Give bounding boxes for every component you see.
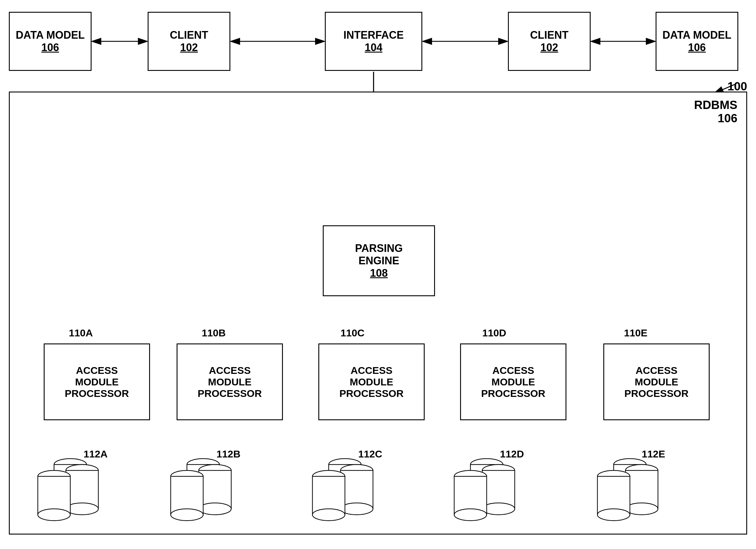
rdbms-container: RDBMS 106 PARSING ENGINE 108 110A 110B 1… — [9, 92, 747, 535]
amp-d-line3: PROCESSOR — [481, 388, 545, 399]
interface-number: 104 — [365, 41, 382, 54]
data-model-left-number: 106 — [41, 41, 59, 54]
db-group-c — [302, 456, 397, 527]
box-data-model-right: DATA MODEL 106 — [656, 12, 738, 71]
client-right-number: 102 — [540, 41, 558, 54]
amp-c-line1: ACCESS — [351, 365, 392, 376]
parsing-line2: ENGINE — [359, 255, 399, 267]
diagram-container: DATA MODEL 106 CLIENT 102 INTERFACE 104 … — [0, 0, 756, 549]
svg-point-69 — [597, 509, 630, 521]
client-left-title: CLIENT — [170, 29, 208, 41]
amp-e-ref-label: 110E — [624, 327, 647, 339]
interface-title: INTERFACE — [343, 29, 404, 41]
data-model-right-number: 106 — [688, 41, 706, 54]
amp-b-line2: MODULE — [208, 376, 251, 388]
amp-c-ref-label: 110C — [340, 327, 364, 339]
parsing-number: 108 — [370, 267, 388, 279]
amp-b-line3: PROCESSOR — [198, 388, 262, 399]
amp-b-line1: ACCESS — [209, 365, 251, 376]
box-amp-b: ACCESS MODULE PROCESSOR — [177, 343, 283, 420]
amp-a-line2: MODULE — [75, 376, 118, 388]
box-amp-e: ACCESS MODULE PROCESSOR — [603, 343, 710, 420]
db-group-b — [160, 456, 255, 527]
svg-point-66 — [625, 503, 658, 515]
svg-point-48 — [340, 503, 373, 515]
box-client-left: CLIENT 102 — [148, 12, 230, 71]
rdbms-title: RDBMS — [694, 98, 737, 112]
box-interface: INTERFACE 104 — [325, 12, 422, 71]
amp-d-ref-label: 110D — [482, 327, 506, 339]
amp-d-line1: ACCESS — [492, 365, 534, 376]
svg-point-42 — [171, 509, 203, 521]
amp-a-line1: ACCESS — [76, 365, 118, 376]
data-model-right-title: DATA MODEL — [662, 29, 731, 41]
amp-e-line2: MODULE — [635, 376, 678, 388]
db-group-e — [587, 456, 682, 527]
box-client-right: CLIENT 102 — [508, 12, 591, 71]
amp-c-line3: PROCESSOR — [339, 388, 403, 399]
svg-point-33 — [38, 509, 70, 521]
amp-e-line1: ACCESS — [636, 365, 677, 376]
amp-d-line2: MODULE — [491, 376, 535, 388]
box-amp-c: ACCESS MODULE PROCESSOR — [318, 343, 425, 420]
diagram-number-label: 100 — [727, 80, 747, 93]
client-left-number: 102 — [180, 41, 198, 54]
box-amp-d: ACCESS MODULE PROCESSOR — [460, 343, 566, 420]
svg-point-51 — [312, 509, 345, 521]
db-group-a — [27, 456, 122, 527]
svg-point-60 — [454, 509, 487, 521]
box-amp-a: ACCESS MODULE PROCESSOR — [44, 343, 150, 420]
box-data-model-left: DATA MODEL 106 — [9, 12, 92, 71]
box-parsing-engine: PARSING ENGINE 108 — [323, 225, 435, 296]
client-right-title: CLIENT — [530, 29, 568, 41]
rdbms-number: 106 — [694, 112, 737, 125]
amp-a-ref-label: 110A — [69, 327, 93, 339]
svg-point-57 — [482, 503, 515, 515]
rdbms-label: RDBMS 106 — [694, 98, 737, 125]
amp-c-line2: MODULE — [350, 376, 393, 388]
svg-point-30 — [66, 503, 98, 515]
amp-e-line3: PROCESSOR — [624, 388, 688, 399]
svg-point-39 — [199, 503, 231, 515]
data-model-left-title: DATA MODEL — [16, 29, 84, 41]
db-group-d — [444, 456, 538, 527]
amp-b-ref-label: 110B — [202, 327, 226, 339]
amp-a-line3: PROCESSOR — [65, 388, 129, 399]
parsing-line1: PARSING — [355, 242, 403, 255]
